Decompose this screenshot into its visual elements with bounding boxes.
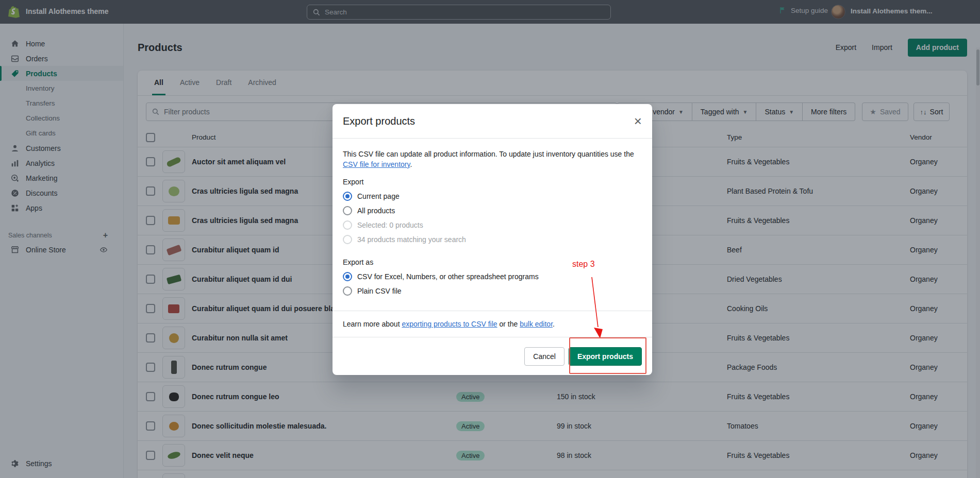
radio-label: CSV for Excel, Numbers, or other spreads… — [357, 272, 539, 281]
radio-label: Current page — [357, 192, 400, 200]
cancel-button[interactable]: Cancel — [524, 347, 564, 366]
radio-button[interactable] — [343, 192, 352, 201]
export-section-label: Export — [343, 178, 642, 186]
radio-button[interactable] — [343, 272, 352, 281]
radio-button — [343, 220, 352, 230]
radio-label: Plain CSV file — [357, 287, 402, 295]
step-annotation-arrow — [562, 258, 665, 345]
close-icon[interactable]: × — [634, 116, 642, 126]
export-option-all-products[interactable]: All products — [343, 203, 642, 218]
radio-button[interactable] — [343, 206, 352, 215]
export-options: Current pageAll productsSelected: 0 prod… — [343, 189, 642, 247]
modal-description: This CSV file can update all product inf… — [343, 149, 642, 169]
exporting-products-link[interactable]: exporting products to CSV file — [402, 320, 497, 328]
bulk-editor-link[interactable]: bulk editor — [520, 320, 553, 328]
export-option-selected-0-products: Selected: 0 products — [343, 218, 642, 232]
radio-button — [343, 235, 352, 244]
modal-title: Export products — [343, 114, 415, 128]
radio-button[interactable] — [343, 286, 352, 296]
radio-label: Selected: 0 products — [357, 221, 423, 229]
step-annotation-rectangle — [569, 337, 646, 374]
export-option-34-products-matching-your-search: 34 products matching your search — [343, 232, 642, 247]
export-option-current-page[interactable]: Current page — [343, 189, 642, 203]
radio-label: All products — [357, 207, 395, 215]
csv-inventory-link[interactable]: CSV file for inventory — [343, 160, 410, 168]
radio-label: 34 products matching your search — [357, 235, 466, 244]
